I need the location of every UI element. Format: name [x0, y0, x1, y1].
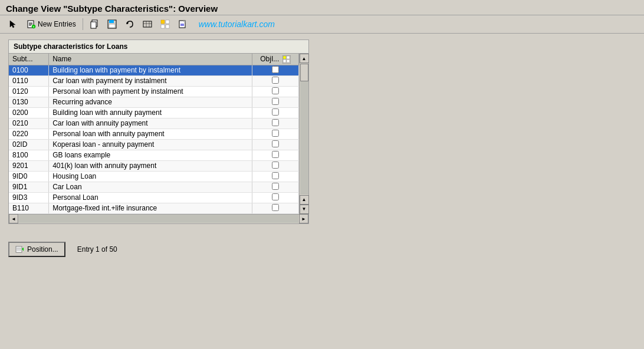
table-row[interactable]: 0220Personal loan with annuity payment: [9, 129, 299, 139]
cell-subt: 0220: [9, 129, 49, 139]
icon-button-6[interactable]: [175, 18, 190, 31]
cursor-tool-button[interactable]: [6, 18, 21, 31]
svg-rect-13: [143, 21, 152, 27]
save-icon: [107, 19, 117, 29]
table-row[interactable]: 9ID3Personal Loan: [9, 192, 299, 203]
cell-subt: 0110: [9, 75, 49, 86]
table-row[interactable]: 0100Building loan with payment by instal…: [9, 65, 299, 75]
svg-rect-18: [166, 20, 169, 24]
svg-rect-17: [161, 20, 165, 24]
cell-subt: B110: [9, 203, 49, 213]
scroll-thumb-v[interactable]: [300, 64, 308, 81]
cell-checkbox[interactable]: [252, 150, 298, 160]
table-area: Subt... Name ObjI...: [9, 54, 308, 214]
icon-button-5[interactable]: [157, 18, 173, 31]
svg-rect-8: [91, 22, 96, 28]
row-checkbox[interactable]: [272, 98, 279, 105]
position-button[interactable]: Position...: [8, 242, 65, 257]
row-checkbox[interactable]: [272, 77, 279, 84]
new-entries-button[interactable]: + New Entries: [24, 18, 79, 31]
row-checkbox[interactable]: [272, 130, 279, 137]
cell-subt: 0210: [9, 118, 49, 129]
position-label: Position...: [27, 245, 58, 253]
cell-checkbox[interactable]: [252, 192, 298, 203]
table-row[interactable]: 02IDKoperasi loan - annuity payment: [9, 139, 299, 150]
title-bar: Change View "Subtype Characteristics": O…: [0, 0, 644, 15]
cell-checkbox[interactable]: [252, 171, 298, 182]
cell-name: Building loan with payment by instalment: [49, 65, 252, 75]
table-row[interactable]: 0200Building loan with annuity payment: [9, 107, 299, 118]
row-checkbox[interactable]: [272, 87, 279, 94]
vertical-scrollbar[interactable]: ▲ ▲ ▼: [299, 54, 308, 214]
scroll-down-button-2[interactable]: ▼: [300, 205, 309, 214]
cell-name: GB loans example: [49, 150, 252, 160]
table-row[interactable]: 0120Personal loan with payment by instal…: [9, 86, 299, 97]
table-header-row: Subt... Name ObjI...: [9, 54, 299, 65]
copy-button[interactable]: [87, 18, 102, 31]
cell-checkbox[interactable]: [252, 129, 298, 139]
svg-rect-26: [283, 56, 286, 59]
table-row[interactable]: 8100GB loans example: [9, 150, 299, 160]
cell-checkbox[interactable]: [252, 65, 298, 75]
cell-subt: 9ID1: [9, 182, 49, 192]
table-icon: [143, 19, 152, 29]
table-row[interactable]: 9201401(k) loan with annuity payment: [9, 160, 299, 171]
undo-icon: [125, 19, 134, 29]
scroll-down-button-1[interactable]: ▲: [300, 195, 309, 205]
svg-rect-29: [287, 60, 290, 62]
row-checkbox[interactable]: [272, 119, 279, 126]
col-obji: ObjI...: [252, 54, 298, 65]
cell-name: Car loan with annuity payment: [49, 118, 252, 129]
header-icon[interactable]: [282, 55, 291, 63]
cell-checkbox[interactable]: [252, 107, 298, 118]
cell-checkbox[interactable]: [252, 139, 298, 150]
row-checkbox[interactable]: [272, 151, 279, 158]
scroll-right-button[interactable]: ►: [299, 214, 308, 223]
table-row[interactable]: 9ID1Car Loan: [9, 182, 299, 192]
row-checkbox[interactable]: [272, 172, 279, 179]
cell-checkbox[interactable]: [252, 182, 298, 192]
cursor-icon: [9, 19, 18, 29]
row-checkbox[interactable]: [272, 140, 279, 147]
table-row[interactable]: 9ID0Housing Loan: [9, 171, 299, 182]
save-button[interactable]: [104, 18, 120, 31]
scroll-left-button[interactable]: ◄: [9, 214, 18, 223]
copy-icon: [90, 19, 99, 29]
svg-rect-10: [109, 20, 114, 23]
icon-button-4[interactable]: [140, 18, 155, 31]
new-entries-icon: +: [27, 19, 36, 29]
svg-rect-11: [109, 24, 115, 28]
scroll-up-button[interactable]: ▲: [300, 54, 309, 63]
row-checkbox[interactable]: [272, 108, 279, 116]
table-row[interactable]: 0130Recurring advance: [9, 97, 299, 107]
table-row[interactable]: 0210Car loan with annuity payment: [9, 118, 299, 129]
cell-checkbox[interactable]: [252, 75, 298, 86]
cell-name: Housing Loan: [49, 171, 252, 182]
row-checkbox[interactable]: [272, 193, 279, 200]
bottom-section: Position... Entry 1 of 50: [0, 242, 644, 257]
table-row[interactable]: B110Mortgage-fixed int.+life insurance: [9, 203, 299, 213]
row-checkbox[interactable]: [272, 66, 279, 73]
row-checkbox[interactable]: [272, 204, 279, 211]
position-icon: [15, 245, 25, 254]
group-box: Subtype characteristics for Loans Subt..…: [8, 39, 309, 224]
page-title: Change View "Subtype Characteristics": O…: [6, 4, 638, 14]
table-row[interactable]: 0110Car loan with payment by instalment: [9, 75, 299, 86]
undo-button[interactable]: [122, 18, 137, 31]
cell-checkbox[interactable]: [252, 160, 298, 171]
cell-checkbox[interactable]: [252, 97, 298, 107]
svg-rect-28: [283, 60, 286, 62]
row-checkbox[interactable]: [272, 162, 279, 169]
cell-checkbox[interactable]: [252, 86, 298, 97]
row-checkbox[interactable]: [272, 183, 279, 190]
scroll-track-v: [300, 64, 308, 195]
horizontal-scrollbar[interactable]: ◄ ►: [9, 214, 308, 223]
svg-rect-20: [166, 25, 169, 28]
cell-checkbox[interactable]: [252, 203, 298, 213]
cell-checkbox[interactable]: [252, 118, 298, 129]
grid-icon: [160, 19, 170, 29]
group-box-title: Subtype characteristics for Loans: [9, 40, 308, 54]
watermark: www.tutorialkart.com: [199, 19, 275, 29]
cell-name: Building loan with annuity payment: [49, 107, 252, 118]
cell-name: Car loan with payment by instalment: [49, 75, 252, 86]
